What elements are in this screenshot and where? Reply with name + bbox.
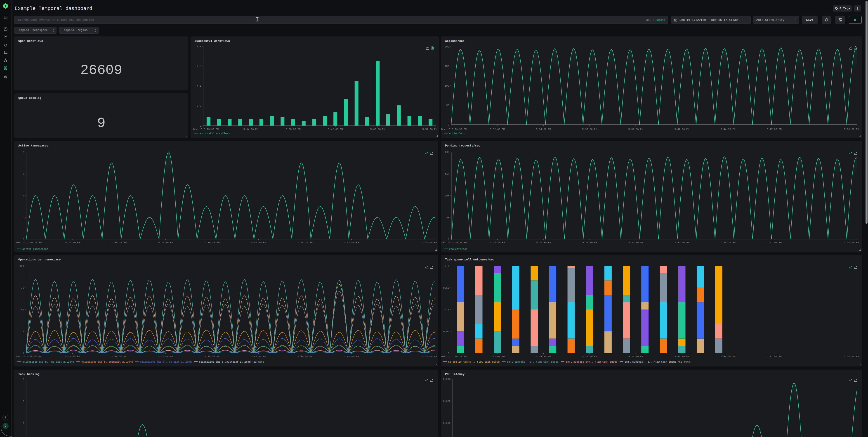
svg-text:5:39:30 PM: 5:39:30 PM: [628, 128, 643, 131]
svg-text:5:39:30 PM: 5:39:30 PM: [628, 241, 643, 244]
svg-text:poll_success_syn..-flow-task-q: poll_success_syn..-flow-task-queue: [566, 361, 617, 363]
svg-text:5:34:30 PM: 5:34:30 PM: [536, 355, 551, 358]
svg-text:15K: 15K: [445, 173, 450, 176]
svg-text:clickpipes-aws-p..outheast-2.l: clickpipes-aws-p..outheast-2.l2c4n: [199, 361, 250, 363]
svg-text:5:34:30 PM: 5:34:30 PM: [536, 241, 551, 244]
svg-text:5:51:00 PM: 5:51:00 PM: [422, 355, 437, 358]
svg-text:0.6: 0.6: [197, 65, 201, 68]
svg-text:Operations per namespace: Operations per namespace: [18, 258, 61, 261]
svg-text:Active Namespaces: Active Namespaces: [18, 144, 49, 147]
svg-text:25: 25: [21, 330, 24, 333]
svg-text:50: 50: [446, 104, 449, 107]
svg-text:2: 2: [23, 422, 24, 425]
svg-text:+12 more: +12 more: [252, 361, 264, 363]
svg-text:5:44:30 PM: 5:44:30 PM: [721, 241, 736, 244]
svg-text:75: 75: [21, 287, 24, 289]
svg-text:Successful workflows: Successful workflows: [195, 39, 230, 43]
svg-text:5:42:00 PM: 5:42:00 PM: [674, 355, 689, 358]
svg-text:6: 6: [23, 173, 24, 176]
svg-text:5:44:30 PM: 5:44:30 PM: [298, 355, 312, 358]
svg-text:5:39:30 PM: 5:39:30 PM: [205, 355, 219, 358]
svg-text:5:32:00 PM: 5:32:00 PM: [65, 355, 80, 358]
svg-text:5:47:00 PM: 5:47:00 PM: [344, 241, 359, 244]
svg-text:+56 more: +56 more: [678, 361, 690, 363]
svg-text:0: 0: [199, 125, 201, 127]
svg-text:0: 0: [22, 352, 24, 355]
svg-text:action/sec: action/sec: [449, 132, 464, 135]
svg-text:5:39:30 PM: 5:39:30 PM: [628, 355, 643, 358]
svg-text:Queue Backlog: Queue Backlog: [18, 96, 41, 100]
svg-text:0.038: 0.038: [443, 378, 451, 380]
svg-text:5:32:00 PM: 5:32:00 PM: [490, 355, 505, 358]
svg-text:5:42:00 PM: 5:42:00 PM: [328, 128, 343, 131]
svg-text:5:44:30 PM: 5:44:30 PM: [298, 241, 312, 244]
svg-text:5:47:00 PM: 5:47:00 PM: [767, 355, 782, 358]
svg-text:5:34:30 PM: 5:34:30 PM: [536, 128, 551, 131]
svg-text:5:51:00 PM: 5:51:00 PM: [422, 128, 437, 131]
svg-text:5:47:00 PM: 5:47:00 PM: [767, 241, 782, 244]
svg-text:5:42:00 PM: 5:42:00 PM: [675, 241, 689, 244]
svg-text:0.019: 0.019: [443, 422, 451, 425]
svg-text:0.029: 0.029: [443, 400, 451, 403]
svg-text:5:34:30 PM: 5:34:30 PM: [112, 241, 127, 244]
svg-text:0.1: 0.1: [445, 308, 449, 311]
svg-text:Dec 16 5:29:30 PM: Dec 16 5:29:30 PM: [441, 355, 467, 358]
svg-text:active namespaces: active namespaces: [22, 248, 48, 250]
svg-text:Dec 16 5:29:30 PM: Dec 16 5:29:30 PM: [193, 128, 219, 131]
svg-text:5:38:00 PM: 5:38:00 PM: [286, 128, 301, 131]
svg-text:5:32:00 PM: 5:32:00 PM: [65, 241, 80, 244]
svg-text:Dec 16 5:29:30 PM: Dec 16 5:29:30 PM: [16, 355, 41, 358]
svg-text:5:42:00 PM: 5:42:00 PM: [674, 128, 689, 131]
svg-text:5K: 5K: [446, 216, 450, 219]
svg-text:clickpipes-aws-p..-us-east-2.l: clickpipes-aws-p..-us-east-2.l2c4n: [22, 361, 74, 363]
svg-text:5:51:00 PM: 5:51:00 PM: [844, 355, 859, 358]
svg-text:5:44:30 PM: 5:44:30 PM: [720, 128, 735, 131]
svg-text:5:37:00 PM: 5:37:00 PM: [582, 355, 597, 358]
svg-text:P95 latency: P95 latency: [445, 373, 465, 376]
svg-text:200: 200: [445, 45, 449, 48]
svg-text:Dec 16 5:29:30 PM: Dec 16 5:29:30 PM: [441, 128, 467, 131]
svg-text:Task backlog: Task backlog: [18, 373, 39, 376]
svg-text:10K: 10K: [445, 194, 450, 197]
svg-text:poll_success · c..-flow-task-q: poll_success · c..-flow-task-queue: [625, 361, 676, 363]
svg-text:clickpipes-aws-p..-us-east-1.l: clickpipes-aws-p..-us-east-1.l2c4n: [140, 361, 192, 363]
svg-text:5:47:00 PM: 5:47:00 PM: [767, 128, 782, 131]
svg-text:5:37:00 PM: 5:37:00 PM: [158, 355, 173, 358]
svg-text:0.15: 0.15: [443, 287, 449, 289]
svg-text:poll_timeout · c..-flow-task-q: poll_timeout · c..-flow-task-queue: [507, 361, 558, 363]
svg-text:100: 100: [445, 85, 449, 87]
svg-text:0: 0: [447, 123, 449, 126]
svg-text:5:42:00 PM: 5:42:00 PM: [251, 355, 266, 358]
svg-text:5:51:00 PM: 5:51:00 PM: [844, 128, 859, 131]
svg-text:successful workflows: successful workflows: [199, 132, 230, 135]
svg-text:8: 8: [23, 151, 24, 154]
svg-text:0: 0: [448, 238, 450, 241]
svg-text:2: 2: [23, 216, 24, 219]
svg-text:Actions/sec: Actions/sec: [445, 39, 465, 43]
svg-text:0.05: 0.05: [443, 330, 449, 333]
svg-text:4: 4: [23, 194, 24, 197]
svg-text:5:37:00 PM: 5:37:00 PM: [582, 241, 597, 244]
svg-text:Dec 16 5:29:30 PM: Dec 16 5:29:30 PM: [16, 241, 41, 244]
svg-text:Task queue poll outcomes/sec: Task queue poll outcomes/sec: [445, 258, 495, 261]
svg-text:Dec 16 5:29:30 PM: Dec 16 5:29:30 PM: [441, 241, 467, 244]
svg-text:no_poller_tasks ..-flow-task-q: no_poller_tasks ..-flow-task-queue: [448, 361, 500, 363]
svg-text:requests/sec: requests/sec: [449, 248, 467, 250]
svg-text:clickpipes-aws-p..outheast-2.l: clickpipes-aws-p..outheast-2.l2c4n: [81, 361, 133, 363]
svg-text:5:32:00 PM: 5:32:00 PM: [490, 128, 505, 131]
svg-text:5:37:00 PM: 5:37:00 PM: [158, 241, 173, 244]
svg-text:4: 4: [23, 378, 24, 380]
svg-text:9: 9: [97, 115, 105, 131]
svg-text:0.2: 0.2: [445, 265, 449, 268]
svg-text:150: 150: [445, 65, 449, 68]
svg-text:3: 3: [23, 400, 24, 403]
svg-text:5:46:00 PM: 5:46:00 PM: [370, 128, 385, 131]
svg-text:5:51:00 PM: 5:51:00 PM: [844, 241, 859, 244]
svg-text:0.8: 0.8: [197, 45, 201, 48]
svg-text:5:42:00 PM: 5:42:00 PM: [251, 241, 266, 244]
svg-text:5:32:00 PM: 5:32:00 PM: [490, 241, 505, 244]
svg-text:100: 100: [20, 265, 24, 268]
svg-text:5:39:30 PM: 5:39:30 PM: [205, 241, 219, 244]
svg-text:50: 50: [21, 308, 24, 311]
svg-text:0.2: 0.2: [197, 105, 201, 107]
